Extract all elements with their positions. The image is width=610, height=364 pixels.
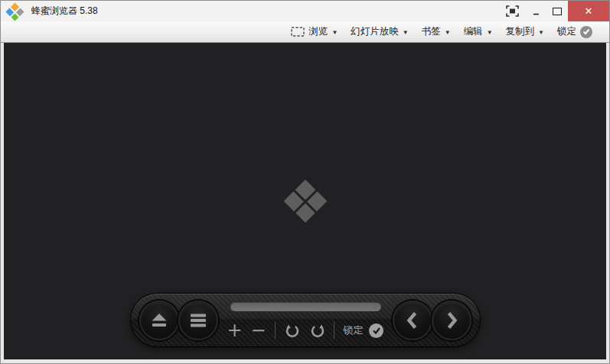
maximize-button[interactable] xyxy=(546,1,568,21)
chevron-down-icon: ▼ xyxy=(403,29,409,36)
menu-bookmarks[interactable]: 书签 ▼ xyxy=(422,25,451,38)
menu-lock[interactable]: 锁定 xyxy=(557,25,592,38)
lock-label: 锁定 xyxy=(343,323,363,337)
minimize-button[interactable]: – xyxy=(526,1,546,21)
mid-controls: + − xyxy=(227,320,384,341)
fullscreen-button[interactable] xyxy=(498,1,526,21)
menu-edit-label: 编辑 xyxy=(464,25,483,38)
toolbar: 浏览 ▼ 幻灯片放映 ▼ 书签 ▼ 编辑 ▼ 复制到 ▼ 锁定 xyxy=(1,21,609,43)
zoom-out-button[interactable]: − xyxy=(251,322,266,339)
screen-frame-icon xyxy=(291,27,305,37)
menu-browse-label: 浏览 xyxy=(308,25,328,38)
menu-edit[interactable]: 编辑 ▼ xyxy=(464,25,493,38)
app-window: 蜂蜜浏览器 5.38 – ✕ 浏览 ▼ 幻灯片放映 ▼ 书 xyxy=(0,0,610,364)
previous-image-button[interactable] xyxy=(393,301,432,340)
minimize-icon: – xyxy=(533,8,540,20)
separator xyxy=(275,322,276,339)
rotate-left-icon xyxy=(284,322,301,339)
menu-icon xyxy=(190,314,207,327)
menu-copy-to[interactable]: 复制到 ▼ xyxy=(506,25,544,38)
image-canvas: + − xyxy=(4,43,606,359)
close-icon: ✕ xyxy=(585,5,593,17)
menu-lock-label: 锁定 xyxy=(557,25,576,38)
watermark-logo-icon xyxy=(283,180,327,223)
lock-toggle[interactable]: 锁定 xyxy=(343,323,383,338)
chevron-down-icon: ▼ xyxy=(331,29,338,36)
menu-slideshow[interactable]: 幻灯片放映 ▼ xyxy=(351,25,408,38)
next-image-button[interactable] xyxy=(432,301,471,340)
menu-bookmarks-label: 书签 xyxy=(422,25,441,38)
menu-copy-to-label: 复制到 xyxy=(506,25,535,38)
window-frame: + − xyxy=(1,43,609,362)
chevron-right-icon xyxy=(442,310,461,330)
chevron-left-icon xyxy=(403,310,422,330)
chevron-down-icon: ▼ xyxy=(445,29,451,36)
rotate-left-button[interactable] xyxy=(284,322,301,339)
check-circle-icon xyxy=(369,323,383,338)
app-logo-icon xyxy=(6,3,24,21)
rotate-right-icon xyxy=(309,322,326,339)
maximize-icon xyxy=(553,8,562,15)
chevron-down-icon: ▼ xyxy=(538,29,544,36)
eject-button[interactable] xyxy=(139,301,179,340)
check-circle-icon xyxy=(580,26,592,38)
menu-slideshow-label: 幻灯片放映 xyxy=(351,25,399,38)
menu-browse[interactable]: 浏览 ▼ xyxy=(291,25,338,38)
window-title: 蜂蜜浏览器 5.38 xyxy=(31,5,98,18)
control-bar: + − xyxy=(130,293,481,347)
fullscreen-icon xyxy=(506,5,519,17)
zoom-in-button[interactable]: + xyxy=(227,322,243,339)
close-button[interactable]: ✕ xyxy=(568,1,609,21)
titlebar[interactable]: 蜂蜜浏览器 5.38 – ✕ xyxy=(1,1,609,21)
eject-icon xyxy=(149,312,169,329)
zoom-slider[interactable] xyxy=(230,302,381,311)
menu-button[interactable] xyxy=(178,301,218,340)
window-controls: – ✕ xyxy=(498,1,609,21)
chevron-down-icon: ▼ xyxy=(487,29,493,36)
separator xyxy=(334,322,334,339)
rotate-right-button[interactable] xyxy=(309,322,326,339)
